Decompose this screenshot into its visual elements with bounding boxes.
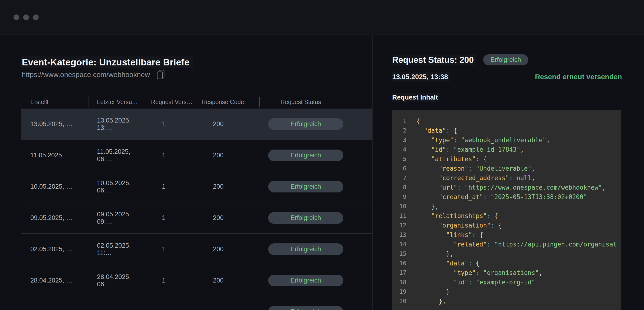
code-token: ,: [539, 269, 543, 276]
table-cell: 02.05.2025, …: [21, 246, 88, 253]
window-dot: [14, 14, 19, 20]
request-content-title: Request Inhalt: [392, 93, 440, 102]
table-row[interactable]: 02.05.2025, …02.05.2025, 11:…1200Erfolgr…: [21, 234, 372, 265]
code-token: ,: [531, 165, 535, 172]
code-line: 11 "relationships": {: [392, 211, 621, 221]
code-line-number: 14: [392, 240, 410, 249]
request-timestamp: 13.05.2025, 13:38: [392, 72, 450, 81]
code-token: {: [483, 155, 487, 163]
webhook-url-row: https://www.onespace.com/webhooknew: [21, 69, 372, 80]
code-line: 1{: [392, 116, 621, 126]
code-line-number: 8: [392, 183, 410, 192]
table-row[interactable]: 10.05.2025, …10.05.2025, 06:…1200Erfolgr…: [21, 171, 372, 202]
table-body: 13.05.2025, …13.05.2025, 13:…1200Erfolgr…: [21, 109, 372, 310]
code-line-content: {: [410, 116, 420, 126]
column-header-label: Response Code: [202, 99, 244, 105]
table-row[interactable]: 28.04.2025, …28.04.2025, 06:…1200Erfolgr…: [21, 265, 372, 296]
code-line: 9 "created_at": "2025-05-13T13:38:02+020…: [392, 192, 621, 202]
code-line: 8 "url": "https://www.onespace.com/webho…: [392, 183, 621, 192]
table-header: Erstellt Letzter Versu… Request Vers…: [21, 95, 372, 109]
code-lines: 1{2 "data": {3 "type": "webhook_undelive…: [392, 116, 621, 306]
code-line-number: 3: [392, 135, 410, 145]
table-cell: 09.05.2025, …: [21, 214, 88, 222]
row-status-badge: Erfolgreich: [268, 275, 343, 286]
page-title: Event-Kategorie: Unzustellbare Briefe: [21, 56, 193, 68]
copy-icon[interactable]: [156, 69, 166, 80]
table-cell: 09.05.2025, 09:…: [88, 211, 147, 225]
table-row[interactable]: 09.05.2025, …09.05.2025, 09:…1200Erfolgr…: [21, 202, 372, 234]
row-status-badge: Erfolgreich: [268, 306, 343, 310]
code-line: 3 "type": "webhook_undeliverable",: [392, 135, 621, 145]
code-line: 20 },: [392, 297, 621, 306]
code-token: "corrected_address": [439, 174, 509, 182]
code-token: :: [468, 279, 476, 286]
table-cell: 200: [197, 152, 259, 159]
table-cell-status: Erfolgreich: [259, 306, 372, 310]
table-cell: 1: [147, 120, 197, 128]
table-cell: 13.05.2025, …: [21, 120, 88, 128]
row-status-badge: Erfolgreich: [268, 181, 343, 192]
code-line-number: 6: [392, 164, 410, 173]
table-row[interactable]: 13.05.2025, …13.05.2025, 13:…1200Erfolgr…: [21, 109, 372, 140]
code-line-content: "id": "example-org-id": [410, 278, 535, 287]
code-line-content: },: [410, 249, 454, 259]
code-token: "id": [454, 279, 468, 286]
code-token: "example-id-17843": [454, 146, 520, 153]
code-line: 16 "data": {: [392, 259, 621, 268]
code-token: :: [446, 146, 453, 153]
code-line-content: "type": "webhook_undeliverable",: [410, 135, 550, 145]
code-token: },: [446, 250, 453, 257]
code-line-content: "id": "example-id-17843",: [410, 145, 524, 154]
request-payload-code: 1{2 "data": {3 "type": "webhook_undelive…: [392, 110, 621, 310]
code-line-number: 19: [392, 287, 410, 297]
window-dot: [23, 14, 29, 20]
code-line: 7 "corrected_address": null,: [392, 173, 621, 183]
table-cell-status: Erfolgreich: [259, 243, 372, 255]
code-token: :: [476, 269, 483, 276]
table-cell-status: Erfolgreich: [259, 118, 372, 130]
resend-link[interactable]: Resend erneut versenden: [535, 73, 622, 81]
table-cell: 13.05.2025, 13:…: [88, 117, 147, 132]
table-row[interactable]: 11.05.2025, …11.05.2025, 06:…1200Erfolgr…: [21, 140, 372, 171]
code-token: :: [446, 127, 453, 134]
code-line: 4 "id": "example-id-17843",: [392, 145, 621, 154]
code-line-content: "type": "organisations",: [410, 268, 542, 278]
code-token: ,: [602, 184, 606, 191]
events-panel: Event-Kategorie: Unzustellbare Briefe ht…: [0, 35, 372, 310]
table-row[interactable]: Erfolgreich: [21, 296, 372, 310]
table-cell: 1: [147, 214, 197, 222]
app-window: Event-Kategorie: Unzustellbare Briefe ht…: [0, 0, 644, 310]
code-token: "id": [431, 146, 446, 153]
code-line-content: "attributes": {: [410, 154, 487, 164]
code-token: :: [468, 260, 476, 267]
table-cell-status: Erfolgreich: [259, 275, 372, 286]
table-cell: 11.05.2025, 06:…: [88, 148, 147, 163]
code-token: ,: [531, 174, 535, 182]
code-line: 5 "attributes": {: [392, 154, 621, 164]
column-header-letzter-versuch: Letzter Versu…: [88, 95, 147, 109]
code-token: :: [487, 212, 494, 220]
code-token: "organisation": [439, 222, 490, 229]
code-token: :: [476, 155, 483, 163]
window-titlebar: [0, 0, 644, 35]
webhook-url: https://www.onespace.com/webhooknew: [21, 71, 150, 79]
code-token: "https://www.onespace.com/webhooknew": [465, 184, 602, 191]
code-token: "type": [431, 136, 454, 144]
request-status-row: Request Status: 200 Erfolgreich: [392, 54, 622, 65]
code-token: {: [494, 212, 498, 220]
request-detail-panel: Request Status: 200 Erfolgreich 13.05.20…: [372, 35, 644, 310]
row-status-badge: Erfolgreich: [268, 243, 343, 255]
code-token: :: [487, 241, 494, 248]
code-line-number: 9: [392, 192, 410, 202]
column-header-request-versuche: Request Vers…: [147, 95, 197, 109]
status-badge: Erfolgreich: [483, 54, 528, 65]
column-divider: [147, 97, 147, 107]
window-dot: [33, 14, 39, 20]
code-token: "data": [446, 260, 468, 267]
main-content: Event-Kategorie: Unzustellbare Briefe ht…: [0, 35, 644, 310]
table-cell-status: Erfolgreich: [259, 181, 372, 192]
table-cell: 10.05.2025, …: [21, 183, 88, 190]
code-line-content: },: [410, 202, 439, 211]
code-line-content: "relationships": {: [410, 211, 498, 221]
table-cell: 200: [197, 183, 259, 190]
